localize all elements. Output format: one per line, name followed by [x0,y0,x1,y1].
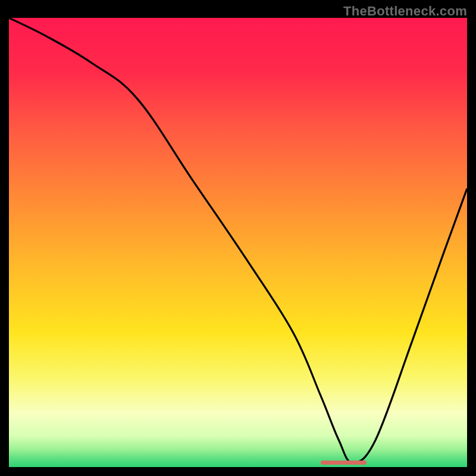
optimal-region-marker [321,461,367,465]
watermark-text: TheBottleneck.com [343,4,467,19]
plot-area [9,18,467,467]
bottleneck-curve [9,18,467,467]
